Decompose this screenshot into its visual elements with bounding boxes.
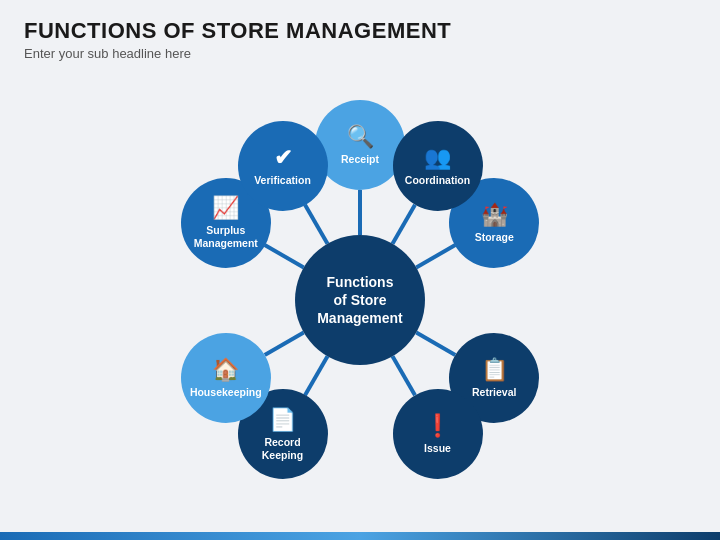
surplus-management-label: SurplusManagement — [194, 224, 258, 249]
verification-icon: ✔ — [274, 145, 292, 171]
record-keeping-label: RecordKeeping — [262, 436, 303, 461]
connector-line — [305, 205, 328, 244]
connector-line — [393, 356, 416, 395]
connector-line — [393, 205, 416, 244]
satellite-housekeeping[interactable]: 🏠Housekeeping — [181, 333, 271, 423]
verification-label: Verification — [254, 174, 311, 187]
sub-title: Enter your sub headline here — [24, 46, 696, 61]
retrieval-icon: 📋 — [481, 357, 508, 383]
surplus-management-icon: 📈 — [212, 195, 239, 221]
receipt-icon: 🔍 — [347, 124, 374, 150]
satellite-issue[interactable]: ❗Issue — [393, 389, 483, 479]
diagram: Functionsof StoreManagement 🔍Receipt🏰Sto… — [0, 70, 720, 530]
connector-line — [265, 333, 304, 356]
coordination-icon: 👥 — [424, 145, 451, 171]
issue-icon: ❗ — [424, 413, 451, 439]
record-keeping-icon: 📄 — [269, 407, 296, 433]
housekeeping-label: Housekeeping — [190, 386, 262, 399]
retrieval-label: Retrieval — [472, 386, 516, 399]
housekeeping-icon: 🏠 — [212, 357, 239, 383]
satellite-receipt[interactable]: 🔍Receipt — [315, 100, 405, 190]
connector-line — [416, 333, 455, 356]
satellite-verification[interactable]: ✔Verification — [238, 121, 328, 211]
header: FUNCTIONS OF STORE MANAGEMENT Enter your… — [0, 0, 720, 67]
storage-icon: 🏰 — [481, 202, 508, 228]
satellite-coordination[interactable]: 👥Coordination — [393, 121, 483, 211]
connector-line — [265, 245, 304, 268]
main-title: FUNCTIONS OF STORE MANAGEMENT — [24, 18, 696, 44]
coordination-label: Coordination — [405, 174, 470, 187]
connector-line — [305, 356, 328, 395]
issue-label: Issue — [424, 442, 451, 455]
storage-label: Storage — [475, 231, 514, 244]
center-circle: Functionsof StoreManagement — [295, 235, 425, 365]
center-text: Functionsof StoreManagement — [317, 273, 403, 328]
bottom-bar — [0, 532, 720, 540]
connector-line — [416, 245, 455, 268]
receipt-label: Receipt — [341, 153, 379, 166]
